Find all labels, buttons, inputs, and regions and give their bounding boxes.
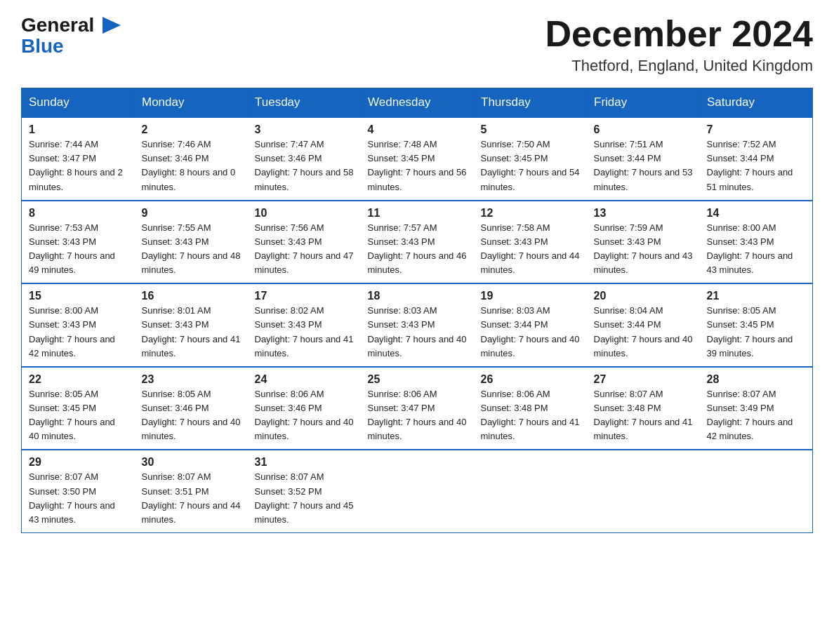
day-cell-13: 13Sunrise: 7:59 AMSunset: 3:43 PMDayligh… [587,201,700,284]
day-number: 7 [707,123,806,136]
day-number: 15 [29,290,128,302]
day-info: Sunrise: 7:56 AMSunset: 3:43 PMDaylight:… [255,221,354,278]
day-number: 14 [707,207,806,220]
weekday-header-wednesday: Wednesday [361,88,474,118]
empty-cell [361,450,474,532]
day-cell-8: 8Sunrise: 7:53 AMSunset: 3:43 PMDaylight… [22,201,135,284]
day-info: Sunrise: 8:03 AMSunset: 3:44 PMDaylight:… [481,304,580,361]
day-cell-18: 18Sunrise: 8:03 AMSunset: 3:43 PMDayligh… [361,283,474,367]
week-row-2: 8Sunrise: 7:53 AMSunset: 3:43 PMDaylight… [22,201,813,284]
day-info: Sunrise: 8:05 AMSunset: 3:45 PMDaylight:… [29,387,128,444]
day-number: 20 [594,290,693,302]
day-number: 18 [368,290,467,302]
weekday-header-sunday: Sunday [22,88,135,118]
day-cell-14: 14Sunrise: 8:00 AMSunset: 3:43 PMDayligh… [700,201,813,284]
week-row-3: 15Sunrise: 8:00 AMSunset: 3:43 PMDayligh… [22,283,813,367]
day-cell-31: 31Sunrise: 8:07 AMSunset: 3:52 PMDayligh… [248,450,361,532]
day-cell-1: 1Sunrise: 7:44 AMSunset: 3:47 PMDaylight… [22,117,135,201]
day-info: Sunrise: 7:52 AMSunset: 3:44 PMDaylight:… [707,137,806,194]
day-cell-11: 11Sunrise: 7:57 AMSunset: 3:43 PMDayligh… [361,201,474,284]
day-cell-28: 28Sunrise: 8:07 AMSunset: 3:49 PMDayligh… [700,367,813,450]
weekday-header-saturday: Saturday [700,88,813,118]
day-info: Sunrise: 8:00 AMSunset: 3:43 PMDaylight:… [29,304,128,361]
day-cell-3: 3Sunrise: 7:47 AMSunset: 3:46 PMDaylight… [248,117,361,201]
day-number: 10 [255,207,354,220]
day-info: Sunrise: 7:55 AMSunset: 3:43 PMDaylight:… [142,221,241,278]
day-number: 31 [255,456,354,469]
day-info: Sunrise: 7:47 AMSunset: 3:46 PMDaylight:… [255,137,354,194]
day-info: Sunrise: 8:07 AMSunset: 3:52 PMDaylight:… [255,470,354,527]
empty-cell [587,450,700,532]
day-info: Sunrise: 7:50 AMSunset: 3:45 PMDaylight:… [481,137,580,194]
day-number: 11 [368,207,467,220]
day-info: Sunrise: 8:01 AMSunset: 3:43 PMDaylight:… [142,304,241,361]
day-info: Sunrise: 8:07 AMSunset: 3:49 PMDaylight:… [707,387,806,444]
title-block: December 2024 Thetford, England, United … [545,14,813,75]
day-number: 28 [707,373,806,386]
day-info: Sunrise: 7:53 AMSunset: 3:43 PMDaylight:… [29,221,128,278]
logo-blue-text: Blue [21,35,64,57]
day-cell-5: 5Sunrise: 7:50 AMSunset: 3:45 PMDaylight… [474,117,587,201]
day-info: Sunrise: 8:05 AMSunset: 3:45 PMDaylight:… [707,304,806,361]
day-number: 1 [29,123,128,136]
day-number: 24 [255,373,354,386]
day-info: Sunrise: 7:44 AMSunset: 3:47 PMDaylight:… [29,137,128,194]
weekday-header-friday: Friday [587,88,700,118]
day-info: Sunrise: 8:07 AMSunset: 3:51 PMDaylight:… [142,470,241,527]
day-info: Sunrise: 8:07 AMSunset: 3:50 PMDaylight:… [29,470,128,527]
week-row-4: 22Sunrise: 8:05 AMSunset: 3:45 PMDayligh… [22,367,813,450]
day-cell-2: 2Sunrise: 7:46 AMSunset: 3:46 PMDaylight… [135,117,248,201]
day-number: 5 [481,123,580,136]
day-cell-26: 26Sunrise: 8:06 AMSunset: 3:48 PMDayligh… [474,367,587,450]
day-info: Sunrise: 7:59 AMSunset: 3:43 PMDaylight:… [594,221,693,278]
day-number: 17 [255,290,354,302]
day-number: 3 [255,123,354,136]
day-number: 6 [594,123,693,136]
day-number: 22 [29,373,128,386]
day-number: 30 [142,456,241,469]
day-number: 12 [481,207,580,220]
week-row-5: 29Sunrise: 8:07 AMSunset: 3:50 PMDayligh… [22,450,813,532]
day-info: Sunrise: 7:48 AMSunset: 3:45 PMDaylight:… [368,137,467,194]
month-title: December 2024 [545,14,813,54]
day-info: Sunrise: 8:06 AMSunset: 3:48 PMDaylight:… [481,387,580,444]
day-number: 16 [142,290,241,302]
day-cell-4: 4Sunrise: 7:48 AMSunset: 3:45 PMDaylight… [361,117,474,201]
weekday-header-row: SundayMondayTuesdayWednesdayThursdayFrid… [22,88,813,118]
day-cell-19: 19Sunrise: 8:03 AMSunset: 3:44 PMDayligh… [474,283,587,367]
day-cell-17: 17Sunrise: 8:02 AMSunset: 3:43 PMDayligh… [248,283,361,367]
logo: General Blue [21,14,124,56]
day-number: 26 [481,373,580,386]
svg-marker-0 [102,17,121,34]
day-number: 9 [142,207,241,220]
day-number: 2 [142,123,241,136]
day-info: Sunrise: 8:07 AMSunset: 3:48 PMDaylight:… [594,387,693,444]
day-cell-29: 29Sunrise: 8:07 AMSunset: 3:50 PMDayligh… [22,450,135,532]
day-cell-6: 6Sunrise: 7:51 AMSunset: 3:44 PMDaylight… [587,117,700,201]
day-number: 19 [481,290,580,302]
day-cell-23: 23Sunrise: 8:05 AMSunset: 3:46 PMDayligh… [135,367,248,450]
day-cell-12: 12Sunrise: 7:58 AMSunset: 3:43 PMDayligh… [474,201,587,284]
day-info: Sunrise: 8:06 AMSunset: 3:47 PMDaylight:… [368,387,467,444]
day-info: Sunrise: 8:02 AMSunset: 3:43 PMDaylight:… [255,304,354,361]
day-number: 13 [594,207,693,220]
day-number: 23 [142,373,241,386]
weekday-header-monday: Monday [135,88,248,118]
calendar-table: SundayMondayTuesdayWednesdayThursdayFrid… [21,88,813,533]
day-number: 29 [29,456,128,469]
day-cell-7: 7Sunrise: 7:52 AMSunset: 3:44 PMDaylight… [700,117,813,201]
day-cell-9: 9Sunrise: 7:55 AMSunset: 3:43 PMDaylight… [135,201,248,284]
location-title: Thetford, England, United Kingdom [545,57,813,75]
day-cell-24: 24Sunrise: 8:06 AMSunset: 3:46 PMDayligh… [248,367,361,450]
day-cell-25: 25Sunrise: 8:06 AMSunset: 3:47 PMDayligh… [361,367,474,450]
day-number: 4 [368,123,467,136]
day-number: 8 [29,207,128,220]
day-info: Sunrise: 7:57 AMSunset: 3:43 PMDaylight:… [368,221,467,278]
day-info: Sunrise: 7:46 AMSunset: 3:46 PMDaylight:… [142,137,241,194]
weekday-header-tuesday: Tuesday [248,88,361,118]
day-number: 25 [368,373,467,386]
day-cell-20: 20Sunrise: 8:04 AMSunset: 3:44 PMDayligh… [587,283,700,367]
week-row-1: 1Sunrise: 7:44 AMSunset: 3:47 PMDaylight… [22,117,813,201]
day-info: Sunrise: 7:51 AMSunset: 3:44 PMDaylight:… [594,137,693,194]
page-header: General Blue December 2024 Thetford, Eng… [21,14,813,75]
